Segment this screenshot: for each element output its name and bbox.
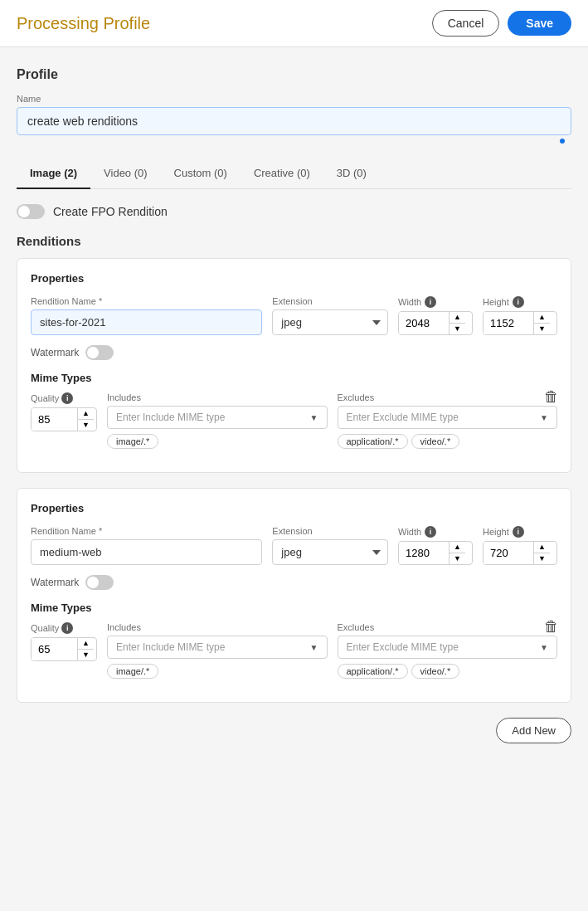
exclude-tag-1-0[interactable]: application/.* — [338, 434, 408, 449]
width-down-2[interactable]: ▼ — [450, 553, 465, 564]
status-dot — [560, 139, 565, 144]
includes-group-2: Includes Enter Include MIME type ▼ image… — [107, 622, 328, 679]
includes-group-1: Includes Enter Include MIME type ▼ image… — [107, 392, 328, 449]
quality-down-2[interactable]: ▼ — [78, 650, 94, 660]
tab-creative[interactable]: Creative (0) — [241, 158, 323, 189]
tab-custom[interactable]: Custom (0) — [161, 158, 241, 189]
height-stepper-1[interactable]: ▲ ▼ — [483, 311, 557, 335]
include-tag-2-0[interactable]: image/.* — [107, 664, 158, 679]
mime-title-2: Mime Types — [31, 602, 557, 614]
profile-section: Profile Name — [17, 67, 571, 144]
rendition-name-label-1: Rendition Name * — [31, 296, 262, 306]
quality-input-2[interactable] — [32, 638, 77, 660]
fpo-toggle[interactable] — [17, 204, 45, 219]
includes-tags-2: image/.* — [107, 664, 328, 679]
excludes-group-2: Excludes Enter Exclude MIME type ▼ appli… — [338, 622, 558, 679]
mime-row-1: Quality i ▲ ▼ Includes Enter Include MIM… — [31, 392, 557, 449]
excludes-tags-2: application/.* video/.* — [338, 664, 558, 679]
rendition-name-input-2[interactable] — [31, 539, 262, 565]
quality-up-1[interactable]: ▲ — [78, 408, 94, 420]
height-stepper-col-1: ▲ ▼ — [533, 312, 550, 334]
tab-3d[interactable]: 3D (0) — [323, 158, 380, 189]
excludes-placeholder-2: Enter Exclude MIME type — [347, 641, 459, 653]
height-down-2[interactable]: ▼ — [534, 553, 550, 564]
extension-label-2: Extension — [272, 526, 388, 536]
excludes-dropdown-1[interactable]: Enter Exclude MIME type ▼ — [338, 406, 558, 429]
quality-stepper-col-2: ▲ ▼ — [77, 638, 94, 660]
fpo-row: Create FPO Rendition — [17, 204, 571, 219]
mime-row-2: Quality i ▲ ▼ Includes Enter Include MIM… — [31, 622, 557, 679]
card-2-title: Properties — [31, 502, 557, 514]
excludes-chevron-2: ▼ — [540, 643, 548, 652]
watermark-row-1: Watermark — [31, 345, 557, 360]
extension-group-2: Extension jpeg png gif webp — [272, 526, 388, 565]
width-input-2[interactable] — [399, 542, 449, 564]
watermark-toggle-1[interactable] — [85, 345, 114, 360]
excludes-dropdown-2[interactable]: Enter Exclude MIME type ▼ — [338, 636, 558, 659]
rendition-name-input-1[interactable] — [31, 309, 262, 335]
height-label-2: Height i — [483, 526, 557, 538]
includes-placeholder-1: Enter Include MIME type — [116, 412, 225, 423]
watermark-row-2: Watermark — [31, 575, 557, 590]
rendition-card-1: Properties Rendition Name * Extension jp… — [17, 258, 571, 473]
main-content: Profile Name Image (2) Video (0) Custom … — [0, 47, 588, 763]
includes-dropdown-2[interactable]: Enter Include MIME type ▼ — [107, 636, 328, 659]
height-up-1[interactable]: ▲ — [534, 312, 550, 324]
tabs-bar: Image (2) Video (0) Custom (0) Creative … — [17, 158, 571, 189]
exclude-tag-2-0[interactable]: application/.* — [338, 664, 408, 679]
quality-down-1[interactable]: ▼ — [78, 420, 94, 431]
add-new-button[interactable]: Add New — [496, 718, 571, 743]
include-tag-1-0[interactable]: image/.* — [107, 434, 158, 449]
width-down-1[interactable]: ▼ — [450, 324, 465, 334]
height-up-2[interactable]: ▲ — [534, 542, 550, 553]
quality-group-1: Quality i ▲ ▼ — [31, 392, 97, 431]
exclude-tag-2-1[interactable]: video/.* — [411, 664, 460, 679]
width-up-1[interactable]: ▲ — [450, 312, 465, 324]
quality-input-wrap-2[interactable]: ▲ ▼ — [31, 637, 97, 661]
mime-title-1: Mime Types — [31, 372, 557, 384]
cancel-button[interactable]: Cancel — [432, 10, 500, 37]
extension-select-2[interactable]: jpeg png gif webp — [272, 539, 388, 565]
width-label-2: Width i — [398, 526, 473, 538]
width-stepper-1[interactable]: ▲ ▼ — [398, 311, 473, 335]
quality-input-wrap-1[interactable]: ▲ ▼ — [31, 407, 97, 431]
height-stepper-2[interactable]: ▲ ▼ — [483, 541, 557, 565]
page-header: Processing Profile Cancel Save — [0, 0, 588, 47]
height-group-1: Height i ▲ ▼ — [483, 296, 557, 335]
title-highlight: Profile — [104, 14, 151, 32]
extension-label-1: Extension — [272, 296, 388, 306]
width-stepper-col-2: ▲ ▼ — [449, 542, 465, 564]
quality-stepper-col-1: ▲ ▼ — [77, 408, 94, 431]
width-input-1[interactable] — [399, 312, 449, 334]
height-input-2[interactable] — [484, 542, 533, 564]
includes-dropdown-1[interactable]: Enter Include MIME type ▼ — [107, 406, 328, 429]
exclude-tag-1-1[interactable]: video/.* — [411, 434, 460, 449]
height-down-1[interactable]: ▼ — [534, 324, 550, 334]
excludes-placeholder-1: Enter Exclude MIME type — [347, 412, 459, 423]
width-stepper-col-1: ▲ ▼ — [449, 312, 465, 334]
tab-image[interactable]: Image (2) — [17, 158, 90, 189]
width-stepper-2[interactable]: ▲ ▼ — [398, 541, 473, 565]
delete-card-1-icon[interactable]: 🗑 — [544, 388, 559, 406]
watermark-toggle-2[interactable] — [85, 575, 114, 590]
delete-card-2-icon[interactable]: 🗑 — [544, 618, 559, 636]
width-up-2[interactable]: ▲ — [450, 542, 465, 553]
profile-section-label: Profile — [17, 67, 571, 82]
width-group-2: Width i ▲ ▼ — [398, 526, 473, 565]
height-label-1: Height i — [483, 296, 557, 308]
quality-input-1[interactable] — [32, 408, 77, 431]
tab-video[interactable]: Video (0) — [90, 158, 161, 189]
card-1-form-row-1: Rendition Name * Extension jpeg png gif … — [31, 296, 557, 335]
renditions-label: Renditions — [17, 234, 571, 248]
height-input-1[interactable] — [484, 312, 533, 334]
includes-label-1: Includes — [107, 392, 328, 402]
card-1-title: Properties — [31, 272, 557, 285]
save-button[interactable]: Save — [508, 11, 571, 36]
profile-name-input[interactable] — [17, 107, 571, 135]
quality-up-2[interactable]: ▲ — [78, 638, 94, 650]
height-group-2: Height i ▲ ▼ — [483, 526, 557, 565]
extension-select-1[interactable]: jpeg png gif webp — [272, 309, 388, 335]
quality-label-1: Quality i — [31, 392, 97, 404]
includes-chevron-2: ▼ — [310, 643, 318, 652]
page-title: Processing Profile — [17, 14, 150, 33]
